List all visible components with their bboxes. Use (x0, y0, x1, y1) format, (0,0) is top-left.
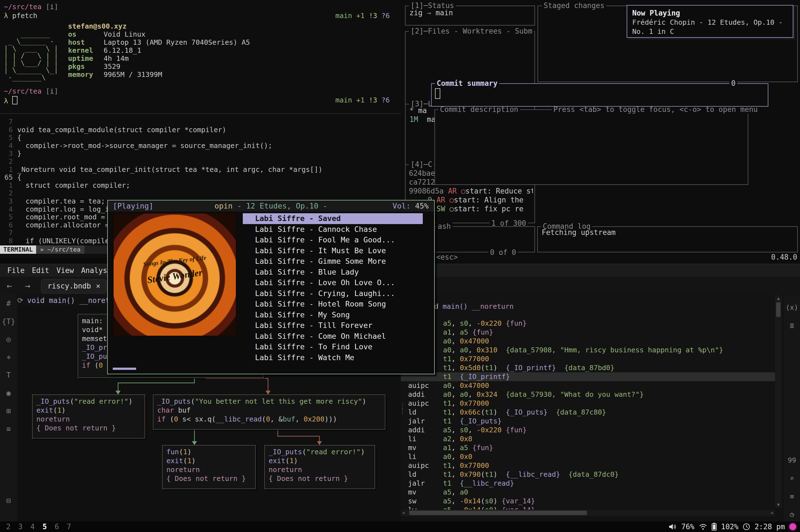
binja-sidebar-icon[interactable]: # (0, 294, 17, 312)
asm-row[interactable]: ldt1, 0x66c(t1) {_IO_puts} {data_87c80} (401, 408, 775, 417)
playlist-item[interactable]: Labi Siffre - Gimme Some More (243, 256, 432, 267)
gitui-log-row[interactable]: 1M ma (409, 115, 437, 124)
playlist-item[interactable]: Labi Siffre - Crying, Laughi... (243, 288, 432, 299)
playlist-item[interactable]: Labi Siffre - Fool Me a Good... (243, 235, 432, 245)
menu-item[interactable]: File (7, 264, 25, 277)
menu-item[interactable]: View (56, 264, 74, 277)
asm-row[interactable]: t1 {_IO_printf} (401, 372, 775, 381)
asm-row[interactable]: auipca0, 0x47000 (401, 381, 775, 390)
workspaces[interactable]: 234567 (6, 521, 79, 532)
vscroll-thumb[interactable] (776, 302, 781, 317)
wifi-icon[interactable] (699, 524, 707, 530)
playlist-item[interactable]: Labi Siffre - Come On Michael (243, 331, 432, 342)
asm-row[interactable]: a0, a0, 0x310 {data_57908, "Hmm, riscy b… (401, 346, 775, 355)
music-player-window[interactable]: [Playing] opin - 12 Etudes, Op.10 - Vol:… (107, 200, 435, 374)
horizontal-scrollbar[interactable]: ◄ ► (401, 510, 775, 516)
binja-sidebar-icon[interactable]: ≡ (0, 420, 17, 438)
asm-row[interactable]: a1, a5 {fun} (401, 328, 775, 337)
refresh-icon[interactable]: ⟳ (17, 296, 23, 305)
asm-row[interactable]: jalrt1 {__libc_read} (401, 479, 775, 488)
workspace-tag[interactable]: 2 (6, 521, 11, 532)
code-line[interactable]: 4 compiler->root_mod->source_manager = s… (0, 141, 401, 150)
asm-row[interactable]: auipct1, 0x77000 (401, 399, 775, 408)
workspace-tag[interactable]: 7 (67, 521, 71, 532)
playlist[interactable]: Labi Siffre - SavedLabi Siffre - Cannock… (243, 213, 432, 363)
asm-row[interactable]: addia0, a0, 0x324 {data_57930, "What do … (401, 390, 775, 399)
asm-row[interactable]: t1, 0x77000 (401, 355, 775, 363)
workspace-tag[interactable]: 5 (42, 521, 47, 532)
graph-node-read-error-2[interactable]: _IO_puts("read error!")exit(1)noreturn{ … (264, 445, 375, 489)
code-line[interactable]: 6void tea_compile_module(struct compiler… (0, 126, 401, 134)
asm-row[interactable]: a0, 0x47000 (401, 337, 775, 346)
playlist-item[interactable]: Labi Siffre - Love Oh Love O... (243, 278, 432, 288)
binja-right-icon[interactable]: ⌕ (784, 474, 800, 482)
code-line[interactable]: 2 (0, 189, 401, 197)
asm-row[interactable]: lia0, 0x0 (401, 452, 775, 461)
playlist-item[interactable]: Labi Siffre - Blue Lady (243, 267, 432, 278)
gitui-log-row[interactable]: * ma (409, 106, 437, 115)
asm-row[interactable]: addia5, s0, -0x220 {fun} (401, 426, 775, 435)
gitui-log-rows[interactable]: * ma1M ma (409, 106, 437, 124)
playlist-item[interactable]: Labi Siffre - Cannock Chase (243, 224, 432, 235)
progress-bar[interactable] (113, 368, 136, 370)
commit-description-popup[interactable]: Commit description Press <tab> to toggle… (434, 109, 748, 185)
binja-sidebar-icon[interactable]: ◉ (0, 384, 17, 402)
commit-summary-popup[interactable]: Commit summary 0 (431, 83, 768, 107)
tab-riscy-bndb[interactable]: riscy.bndb× (41, 279, 107, 293)
code-line[interactable]: 1_Noreturn void tea_compiler_init(struct… (0, 166, 401, 173)
commit-summary-cursor[interactable] (435, 88, 440, 99)
pane-divider[interactable] (0, 113, 401, 114)
asm-row[interactable]: t1, 0x5d0(t1) {_IO_printf} {data_87bd0} (401, 363, 775, 372)
playlist-item[interactable]: Labi Siffre - Watch Me (243, 353, 432, 363)
code-line[interactable]: 1 struct compiler compiler; (0, 181, 401, 189)
recording-indicator-icon[interactable] (789, 524, 796, 530)
graph-node-riscy[interactable]: _IO_puts("You better not let this get mo… (153, 395, 385, 430)
binja-sidebar-icon[interactable]: {T} (0, 312, 17, 331)
asm-listing[interactable]: a5, s0, -0x220 {fun} a1, a5 {fun} a0, 0x… (401, 319, 775, 514)
graph-node-fun[interactable]: fun(1)exit(1)noreturn{ Does not return } (162, 445, 256, 489)
binja-right-icon[interactable]: ≣ (784, 322, 800, 329)
asm-row[interactable]: auipct1, 0x77000 (401, 461, 775, 470)
code-line[interactable]: 3} (0, 149, 401, 157)
asm-row[interactable]: mva1, a5 {fun} (401, 443, 775, 452)
code-line[interactable]: 2 (0, 157, 401, 166)
now-playing-notification[interactable]: Now Playing Frédéric Chopin - 12 Etudes,… (627, 5, 793, 38)
asm-row[interactable]: lia2, 0x8 (401, 435, 775, 443)
pane-splitter[interactable]: ⋮⋮ (399, 403, 406, 414)
workspace-tag[interactable]: 6 (55, 521, 59, 532)
binja-right-icon[interactable]: (x) (784, 303, 800, 311)
hscroll-thumb[interactable] (409, 511, 587, 515)
playlist-item[interactable]: Labi Siffre - My Song (243, 309, 432, 320)
gitui-status-panel[interactable]: [1]─Status zig → main (405, 5, 535, 25)
asm-row[interactable]: swa5, -0x14(s0) {var_14} (401, 497, 775, 506)
close-icon[interactable]: × (96, 282, 100, 290)
workspace-tag[interactable]: 4 (30, 521, 35, 532)
playlist-item[interactable]: Labi Siffre - It Must Be Love (243, 245, 432, 256)
volume-icon[interactable] (669, 523, 677, 530)
gitui-stash-panel[interactable]: ash 0 of 0 (434, 226, 535, 252)
disassembly-pane[interactable]: void main() __noreturn a5, s0, -0x220 {f… (401, 295, 775, 508)
asm-row[interactable]: a5, s0, -0x220 {fun} (401, 319, 775, 328)
code-line[interactable]: 65{ (0, 173, 401, 181)
binja-sidebar-icon[interactable]: T (0, 366, 17, 384)
binja-right-icon[interactable]: ◷ (784, 510, 800, 518)
code-line[interactable]: 5{ (0, 134, 401, 141)
binja-sidebar-icon[interactable]: ⊞ (0, 402, 17, 420)
binja-sidebar-icon[interactable]: ⌖ (0, 348, 17, 366)
console-icon[interactable]: ⊟ (0, 496, 17, 505)
battery-icon[interactable] (712, 523, 717, 531)
gitui-window[interactable]: [1]─Status zig → main Staged changes [2]… (401, 0, 800, 264)
binja-right-icon[interactable]: ≡ (784, 492, 800, 500)
workspace-tag[interactable]: 3 (18, 521, 23, 532)
playlist-item[interactable]: Labi Siffre - Till Forever (243, 320, 432, 331)
binja-sidebar-icon[interactable]: ◎ (0, 330, 17, 348)
playlist-item[interactable]: Labi Siffre - Saved (243, 213, 423, 224)
prompt-cursor-line[interactable]: λ (4, 96, 18, 105)
playlist-item[interactable]: Labi Siffre - To Find Love (243, 342, 432, 353)
asm-row[interactable]: ldt1, 0x790(t1) {__libc_read} {data_87dc… (401, 470, 775, 479)
forward-icon[interactable]: → (25, 277, 30, 294)
playlist-item[interactable]: Labi Siffre - Hotel Room Song (243, 299, 432, 309)
menu-item[interactable]: Edit (32, 264, 50, 277)
code-line[interactable]: 7 (0, 118, 401, 126)
clock-icon[interactable] (743, 523, 750, 530)
